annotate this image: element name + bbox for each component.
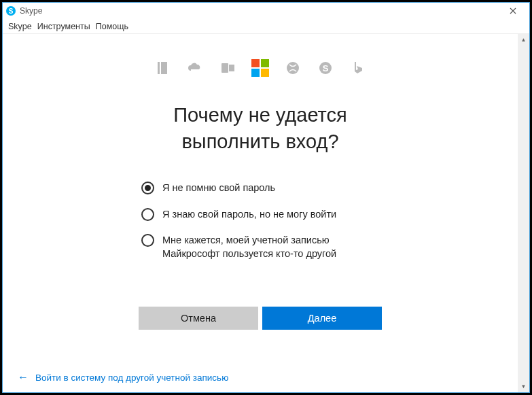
radio-icon [141, 182, 154, 194]
option-label: Я не помню свой пароль [162, 181, 275, 194]
titlebar: S Skype [3, 3, 529, 19]
xbox-icon [285, 60, 301, 76]
onedrive-icon [187, 60, 203, 76]
content-wrap: S Почему не удается выполнить вход? Я не… [3, 34, 529, 392]
skype-icon: S [317, 60, 334, 76]
arrow-left-icon: ← [18, 372, 29, 383]
menu-help[interactable]: Помощь [96, 22, 128, 31]
skype-window: S Skype Skype Инструменты Помощь [2, 2, 530, 393]
close-icon [510, 7, 516, 14]
option-label: Мне кажется, моей учетной записью Майкро… [162, 233, 379, 261]
menubar: Skype Инструменты Помощь [3, 19, 529, 34]
scroll-up-arrow-icon[interactable]: ▲ [518, 34, 529, 46]
heading-line1: Почему не удается [173, 104, 347, 126]
option-someone-else-using[interactable]: Мне кажется, моей учетной записью Майкро… [141, 233, 379, 261]
svg-rect-3 [161, 62, 167, 74]
scroll-down-arrow-icon[interactable]: ▼ [518, 381, 529, 392]
heading-line2: выполнить вход? [181, 131, 338, 152]
option-forgot-password[interactable]: Я не помню свой пароль [141, 181, 379, 194]
content: S Почему не удается выполнить вход? Я не… [3, 34, 518, 392]
menu-tools[interactable]: Инструменты [37, 22, 90, 31]
brand-icons-row: S [154, 54, 366, 82]
svg-text:S: S [323, 63, 329, 73]
button-row: Отмена Далее [139, 307, 382, 330]
window-title: Skype [20, 6, 499, 16]
microsoft-icon [252, 60, 268, 76]
office-icon [154, 60, 171, 76]
svg-point-6 [287, 62, 299, 74]
outlook-icon [219, 60, 236, 76]
option-know-password-cant-login[interactable]: Я знаю свой пароль, но не могу войти [141, 207, 379, 221]
radio-icon [141, 208, 154, 221]
options-group: Я не помню свой пароль Я знаю свой парол… [141, 181, 379, 273]
cancel-button[interactable]: Отмена [139, 307, 258, 330]
radio-icon [141, 234, 154, 247]
close-button[interactable] [499, 4, 527, 18]
svg-text:S: S [9, 7, 14, 15]
vertical-scrollbar[interactable]: ▲ ▼ [518, 34, 529, 392]
svg-rect-2 [158, 62, 160, 74]
other-account-label: Войти в систему под другой учетной запис… [35, 373, 228, 383]
bing-icon [350, 60, 366, 76]
other-account-link[interactable]: ← Войти в систему под другой учетной зап… [18, 372, 228, 383]
svg-rect-4 [221, 63, 228, 73]
page-heading: Почему не удается выполнить вход? [173, 102, 347, 155]
skype-app-icon: S [5, 5, 16, 16]
svg-rect-5 [229, 65, 234, 71]
menu-skype[interactable]: Skype [8, 22, 32, 31]
option-label: Я знаю свой пароль, но не могу войти [162, 207, 336, 221]
next-button[interactable]: Далее [262, 307, 382, 330]
